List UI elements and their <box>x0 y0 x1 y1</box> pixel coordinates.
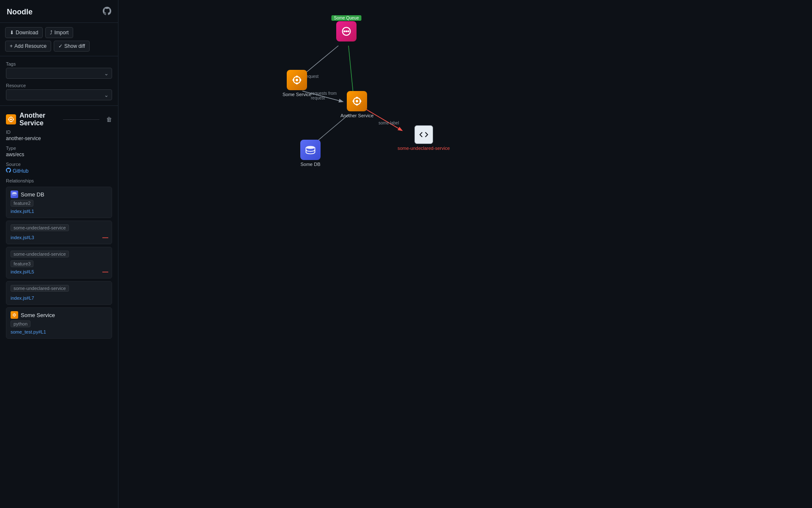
resource-name: Another Service <box>19 112 56 127</box>
node-some-db-box <box>300 140 321 160</box>
svg-point-8 <box>14 315 15 315</box>
svg-point-10 <box>14 316 15 317</box>
node-some-service-box <box>287 70 307 90</box>
github-source-link[interactable]: GitHub <box>6 168 112 174</box>
svg-point-6 <box>12 193 16 194</box>
tags-label: Tags <box>6 61 112 66</box>
svg-point-4 <box>8 119 9 120</box>
resource-type-field: Type aws/ecs <box>6 146 112 157</box>
svg-point-27 <box>299 79 302 81</box>
svg-point-34 <box>306 146 315 149</box>
import-button[interactable]: ⤴ Import <box>45 27 73 38</box>
type-label: Type <box>6 146 112 151</box>
rel-card-some-db[interactable]: Some DB feature2 index.js#L1 <box>6 187 112 218</box>
rel-undeclared-3-name: some-undeclared-service <box>11 285 69 292</box>
resource-id-field: ID another-service <box>6 130 112 141</box>
type-value: aws/ecs <box>6 152 112 157</box>
node-undeclared-service[interactable]: some-undeclared-service <box>398 125 450 151</box>
rel-card-undeclared-2[interactable]: some-undeclared-service feature3 index.j… <box>6 247 112 279</box>
svg-point-3 <box>11 121 12 122</box>
resource-select[interactable] <box>6 89 112 100</box>
add-resource-button[interactable]: + Add Resource <box>5 41 51 52</box>
rel-card-undeclared-3[interactable]: some-undeclared-service index.js#L7 <box>6 281 112 305</box>
rel-undeclared-2-tag: feature3 <box>11 260 33 267</box>
tags-select[interactable] <box>6 68 112 79</box>
rel-some-db-file[interactable]: index.js#L1 <box>11 209 34 214</box>
rel-undeclared-2-name: some-undeclared-service <box>11 251 69 257</box>
rel-undeclared-1-minus[interactable]: — <box>102 235 108 240</box>
node-some-db[interactable]: Some DB <box>300 140 321 167</box>
source-value: GitHub <box>13 168 28 174</box>
node-undeclared-service-box <box>414 125 433 144</box>
resource-filter: Resource <box>6 83 112 100</box>
svg-point-31 <box>356 104 358 106</box>
rel-service-icon <box>11 311 18 319</box>
node-another-service[interactable]: Another Service <box>340 91 373 118</box>
node-undeclared-service-label: some-undeclared-service <box>398 146 450 151</box>
node-some-queue-box: Some Queue <box>336 21 357 41</box>
relationships-section: Relationships Some DB feature2 index.js#… <box>6 178 112 339</box>
rel-card-some-service[interactable]: Some Service python some_test.py#L1 <box>6 307 112 339</box>
svg-point-11 <box>13 315 14 315</box>
delete-resource-button[interactable]: 🗑 <box>106 116 112 123</box>
plus-icon: + <box>10 43 13 49</box>
github-small-icon <box>6 168 11 174</box>
id-label: ID <box>6 130 112 135</box>
edge-label-requests-from: requests fromrequest <box>311 91 337 100</box>
rel-some-db-tag: feature2 <box>11 200 33 207</box>
graph-edges <box>118 0 812 508</box>
node-some-service-label: Some Service <box>283 92 311 97</box>
node-another-service-box <box>347 91 367 111</box>
sidebar: Noodle ⬇ Download ⤴ Import + Add Resourc… <box>0 0 118 508</box>
rel-db-icon <box>11 190 18 198</box>
rel-undeclared-1-file[interactable]: index.js#L3 <box>11 235 34 240</box>
resource-section: Another Service 🗑 ID another-service Typ… <box>0 106 118 345</box>
svg-point-2 <box>11 116 12 118</box>
rel-card-undeclared-1[interactable]: some-undeclared-service index.js#L3 — <box>6 221 112 244</box>
svg-point-5 <box>13 119 14 120</box>
node-some-db-label: Some DB <box>300 162 320 167</box>
rel-undeclared-2-minus[interactable]: — <box>102 269 108 275</box>
toolbar: ⬇ Download ⤴ Import + Add Resource ✓ Sho… <box>0 23 118 56</box>
svg-point-32 <box>353 100 355 102</box>
svg-point-25 <box>296 83 298 85</box>
rel-undeclared-2-file[interactable]: index.js#L5 <box>11 269 34 274</box>
import-icon: ⤴ <box>50 30 52 36</box>
main-canvas[interactable]: request requests fromrequest some label … <box>118 0 812 508</box>
rel-some-service-file[interactable]: some_test.py#L1 <box>11 329 46 334</box>
check-icon: ✓ <box>58 43 63 49</box>
rel-some-service-tag: python <box>11 320 30 327</box>
app-title: Noodle <box>7 8 33 17</box>
svg-point-33 <box>359 100 362 102</box>
svg-point-12 <box>16 315 16 315</box>
rel-undeclared-1-name: some-undeclared-service <box>11 224 69 231</box>
resource-divider <box>63 119 100 120</box>
svg-point-19 <box>343 30 346 33</box>
node-some-service[interactable]: Some Service <box>283 70 311 97</box>
sidebar-header: Noodle <box>0 0 118 23</box>
show-diff-button[interactable]: ✓ Show diff <box>54 41 90 52</box>
rel-some-service-name: Some Service <box>21 312 55 318</box>
svg-point-1 <box>10 119 12 120</box>
resource-header: Another Service 🗑 <box>6 112 112 127</box>
svg-point-20 <box>346 30 348 33</box>
resource-type-icon <box>6 114 16 124</box>
resource-label: Resource <box>6 83 112 88</box>
source-label: Source <box>6 162 112 167</box>
rel-undeclared-3-file[interactable]: index.js#L7 <box>11 295 34 301</box>
svg-point-9 <box>14 313 15 314</box>
rel-some-db-name: Some DB <box>21 191 44 198</box>
download-button[interactable]: ⬇ Download <box>5 27 43 38</box>
tags-filter: Tags <box>6 61 112 79</box>
github-icon[interactable] <box>103 7 111 17</box>
node-some-queue-badge: Some Queue <box>332 15 362 21</box>
relationships-label: Relationships <box>6 178 112 183</box>
node-some-queue[interactable]: Some Queue <box>336 21 357 41</box>
id-value: another-service <box>6 135 112 141</box>
svg-point-29 <box>356 100 358 102</box>
resource-source-field: Source GitHub <box>6 162 112 174</box>
download-icon: ⬇ <box>10 30 14 36</box>
node-another-service-label: Another Service <box>340 113 373 118</box>
svg-point-24 <box>296 76 298 78</box>
svg-point-23 <box>296 79 298 81</box>
